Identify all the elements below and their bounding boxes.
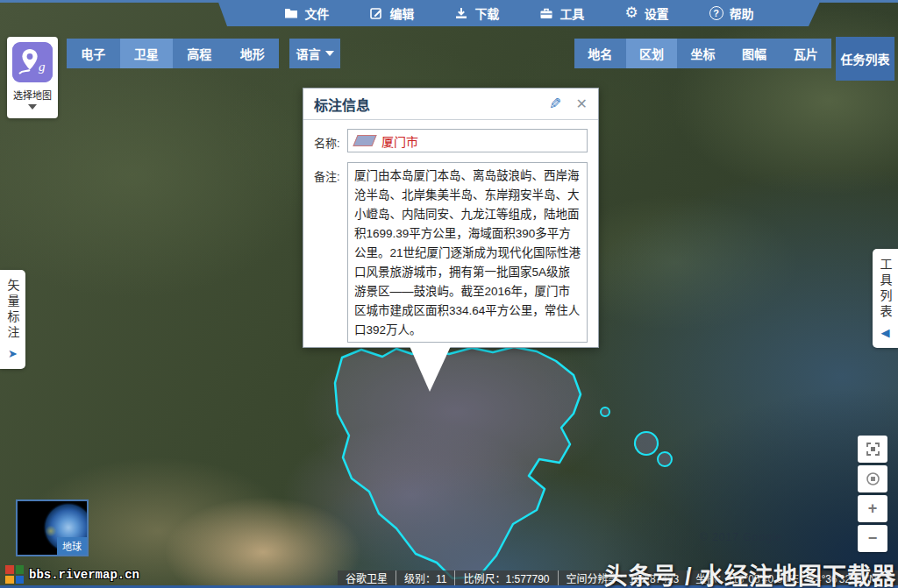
polygon-swatch-icon — [353, 135, 376, 146]
help-icon: ? — [709, 6, 723, 20]
collapse-left-icon: ◀ — [881, 326, 890, 339]
toolbox-icon — [539, 6, 553, 20]
tool-list-panel-tab[interactable]: 工具列表 ◀ — [873, 249, 898, 348]
note-textarea[interactable]: 厦门由本岛厦门本岛、离岛鼓浪屿、西岸海沧半岛、北岸集美半岛、东岸翔安半岛、大小嶝… — [347, 162, 588, 343]
map-type-tabs: 电子 卫星 高程 地形 — [67, 39, 279, 68]
download-icon — [454, 6, 468, 20]
note-label: 备注: — [314, 162, 347, 343]
chevron-down-icon — [28, 104, 37, 110]
vector-annotation-panel-tab[interactable]: 矢量标注 ➤ — [0, 270, 25, 369]
site-logo: bbs.rivermap.cn — [5, 565, 139, 584]
globe-preview[interactable]: 地球 — [16, 499, 89, 556]
menu-tools[interactable]: 工具 — [539, 4, 584, 22]
map-selector-button[interactable]: g 选择地图 — [7, 37, 58, 118]
tab-mapsheets[interactable]: 图幅 — [729, 39, 780, 68]
menu-label: 文件 — [304, 4, 329, 22]
menu-download[interactable]: 下载 — [454, 4, 499, 22]
language-dropdown[interactable]: 语言 — [289, 39, 340, 68]
tab-satellite[interactable]: 卫星 — [120, 39, 174, 68]
menu-label: 帮助 — [730, 4, 754, 22]
expand-right-icon: ➤ — [8, 347, 18, 360]
center-target-icon — [866, 471, 880, 486]
task-list-button[interactable]: 任务列表 — [836, 37, 894, 81]
note-field-row: 备注: 厦门由本岛厦门本岛、离岛鼓浪屿、西岸海沧半岛、北岸集美半岛、东岸翔安半岛… — [314, 162, 588, 343]
overlay-tabs: 地名 区划 坐标 图幅 瓦片 — [574, 39, 831, 68]
status-zoom-level: 级别：11 — [396, 570, 454, 585]
map-pin-g-icon: g — [12, 42, 53, 82]
fullscreen-icon — [866, 442, 880, 457]
gear-icon: ⚙ — [624, 6, 638, 20]
tab-electronic[interactable]: 电子 — [67, 39, 120, 68]
folder-icon — [284, 6, 298, 20]
tool-list-label: 工具列表 — [877, 258, 894, 321]
tab-terrain[interactable]: 地形 — [226, 39, 280, 68]
language-label: 语言 — [296, 45, 321, 62]
center-view-button[interactable] — [858, 465, 887, 492]
tab-districts[interactable]: 区划 — [626, 39, 678, 68]
menu-settings[interactable]: ⚙ 设置 — [624, 4, 668, 22]
app-window: © 2017 Google 文件 编辑 下载 — [0, 0, 898, 588]
menu-label: 工具 — [559, 4, 584, 22]
menu-help[interactable]: ? 帮助 — [709, 4, 754, 22]
menu-label: 编辑 — [389, 4, 414, 22]
edit-pencil-icon[interactable]: ✎ — [549, 95, 561, 113]
tab-coordinates[interactable]: 坐标 — [677, 39, 729, 68]
dialog-callout-pointer — [403, 346, 458, 393]
edit-icon — [369, 6, 383, 20]
menubar: 文件 编辑 下载 工具 ⚙ 设置 — [217, 0, 821, 26]
name-value: 厦门市 — [381, 132, 418, 150]
dialog-title: 标注信息 — [314, 94, 549, 115]
region-boundary-xiamen[interactable] — [335, 347, 581, 578]
island-boundary[interactable] — [635, 432, 658, 455]
tab-elevation[interactable]: 高程 — [173, 39, 226, 68]
close-icon[interactable]: ✕ — [576, 96, 588, 112]
dialog-body: 名称: 厦门市 备注: 厦门由本岛厦门本岛、离岛鼓浪屿、西岸海沧半岛、北岸集美半… — [303, 120, 598, 361]
map-copyright: © 2017 Google — [700, 531, 782, 543]
map-selector-label: 选择地图 — [7, 88, 58, 102]
status-scale: 比例尺：1:577790 — [454, 570, 557, 585]
menu-label: 设置 — [645, 4, 669, 22]
annotation-info-dialog: 标注信息 ✎ ✕ 名称: 厦门市 备注: 厦门由本岛厦门本岛、离岛鼓浪屿、西岸海… — [303, 88, 599, 348]
tab-tiles[interactable]: 瓦片 — [780, 39, 831, 68]
menu-label: 下载 — [474, 4, 499, 22]
watermark-text: 头条号 / 水经注地图下载器 — [603, 557, 896, 588]
globe-label: 地球 — [57, 537, 87, 555]
vector-annotation-label: 矢量标注 — [4, 279, 22, 342]
menu-edit[interactable]: 编辑 — [369, 4, 414, 22]
dialog-header: 标注信息 ✎ ✕ — [303, 89, 598, 120]
status-map-source: 谷歌卫星 — [338, 570, 396, 585]
island-boundary[interactable] — [601, 407, 609, 416]
zoom-out-button[interactable]: − — [858, 525, 887, 552]
tab-placenames[interactable]: 地名 — [574, 39, 626, 68]
svg-text:g: g — [39, 60, 46, 74]
site-link: bbs.rivermap.cn — [29, 568, 139, 582]
zoom-in-button[interactable]: + — [858, 495, 887, 522]
map-controls: + − — [858, 436, 887, 552]
island-boundary[interactable] — [658, 452, 672, 466]
fullscreen-button[interactable] — [858, 436, 887, 463]
menu-file[interactable]: 文件 — [284, 4, 329, 22]
name-label: 名称: — [314, 129, 347, 152]
rivermap-logo-icon — [5, 565, 24, 584]
chevron-down-icon — [325, 51, 334, 56]
name-field-row: 名称: 厦门市 — [314, 129, 588, 152]
name-input[interactable]: 厦门市 — [347, 129, 588, 152]
